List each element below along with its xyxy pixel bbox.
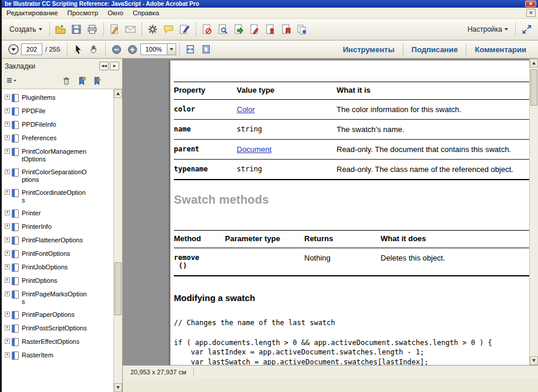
redact-button[interactable]	[199, 22, 215, 37]
bookmark-item[interactable]: PluginItems	[4, 92, 122, 105]
new-bookmark-button[interactable]	[76, 76, 87, 86]
tab-sign[interactable]: Подписание	[404, 45, 466, 54]
fullscreen-button[interactable]	[519, 22, 534, 37]
triangle-up-icon	[116, 92, 120, 95]
bookmark-item[interactable]: PrintColorManagementOptions	[4, 146, 122, 166]
bookmark-item[interactable]: PrintPageMarksOptions	[4, 288, 122, 309]
page-number-input[interactable]	[21, 43, 42, 55]
settings-button[interactable]	[145, 22, 161, 37]
bookmark-item[interactable]: PPDFile	[4, 105, 122, 119]
expand-plus-icon[interactable]	[5, 210, 10, 215]
save-button[interactable]	[69, 22, 85, 37]
column-header: Parameter type	[225, 231, 304, 248]
export-button[interactable]	[231, 22, 247, 37]
bookmark-options-button[interactable]	[6, 76, 18, 86]
protect-button[interactable]	[215, 22, 231, 37]
bookmark-label: Printer	[20, 209, 88, 217]
certify-button[interactable]	[263, 22, 278, 37]
scroll-down-button[interactable]	[114, 383, 122, 392]
bookmark-item[interactable]: RasterEffectOptions	[4, 336, 122, 349]
zoom-dropdown-button[interactable]	[167, 43, 176, 55]
expand-plus-icon[interactable]	[5, 352, 10, 357]
create-button[interactable]: Создать	[5, 23, 46, 35]
type-link[interactable]: Color	[237, 105, 255, 114]
scroll-down-button[interactable]	[530, 356, 538, 365]
toolbar-separator	[67, 42, 68, 56]
scrollbar-thumb[interactable]	[530, 69, 537, 106]
fit-width-button[interactable]	[183, 42, 199, 57]
window-close-button[interactable]: ✕	[525, 1, 536, 7]
bookmark-item[interactable]: PrintPostScriptOptions	[4, 322, 122, 336]
bookmark-icon	[12, 168, 19, 177]
document-view[interactable]: Property Value type What it is color Col…	[123, 59, 538, 365]
bookmark-item[interactable]: Printer	[4, 207, 122, 221]
menu-help[interactable]: Справка	[128, 8, 164, 18]
bookmark-goto-button[interactable]	[92, 76, 102, 86]
expand-plus-icon[interactable]	[5, 224, 10, 229]
expand-plus-icon[interactable]	[5, 148, 10, 154]
expand-plus-icon[interactable]	[5, 325, 10, 330]
tab-comments[interactable]: Комментарии	[466, 45, 534, 54]
zoom-in-button[interactable]	[125, 42, 140, 57]
expand-panel-button[interactable]: ▶	[110, 62, 119, 70]
bookmark-item[interactable]: RasterItem	[4, 349, 122, 363]
bookmark-item[interactable]: PPDFileInfo	[4, 119, 122, 132]
expand-plus-icon[interactable]	[5, 264, 10, 269]
actions-button[interactable]	[294, 22, 310, 37]
zoom-out-button[interactable]	[109, 42, 125, 57]
bookmarks-scrollbar[interactable]	[113, 89, 122, 392]
fit-page-button[interactable]	[199, 42, 214, 57]
expand-plus-icon[interactable]	[5, 291, 10, 296]
print-button[interactable]	[85, 22, 100, 37]
select-tool-button[interactable]	[70, 42, 86, 57]
email-button[interactable]	[123, 22, 139, 37]
delete-bookmark-button[interactable]	[61, 76, 72, 86]
menu-view[interactable]: Просмотр	[63, 8, 103, 18]
bookmark-item[interactable]: PrintPaperOptions	[4, 309, 122, 322]
sign-button[interactable]	[177, 22, 193, 37]
forms-button[interactable]	[247, 22, 263, 37]
bookmark-label: PrintFontOptions	[20, 250, 88, 258]
bookmark-item[interactable]: PrintOptions	[4, 275, 122, 288]
zoom-level-input[interactable]	[140, 43, 167, 55]
bookmark-icon	[12, 250, 19, 258]
comment-button[interactable]	[161, 22, 177, 37]
bookmark-label: PrintColorSeparationOptions	[20, 168, 88, 184]
expand-plus-icon[interactable]	[5, 278, 10, 283]
hand-tool-button[interactable]	[86, 42, 102, 57]
bookmark-item[interactable]: PrinterInfo	[4, 221, 122, 234]
scrollbar-thumb[interactable]	[115, 262, 122, 315]
expand-plus-icon[interactable]	[5, 135, 10, 140]
expand-plus-icon[interactable]	[5, 121, 10, 127]
bookmark-item[interactable]: PrintFontOptions	[4, 248, 122, 261]
expand-plus-icon[interactable]	[5, 251, 10, 256]
scroll-up-button[interactable]	[114, 89, 122, 98]
edit-button[interactable]	[107, 22, 123, 37]
next-page-button[interactable]	[5, 42, 21, 57]
document-close-button[interactable]: ✕	[526, 9, 536, 17]
expand-plus-icon[interactable]	[5, 312, 10, 317]
menu-edit[interactable]: Редактирование	[2, 8, 63, 18]
bookmark-item[interactable]: Preferences	[4, 132, 122, 146]
expand-plus-icon[interactable]	[5, 169, 10, 174]
type-link[interactable]: Document	[237, 145, 271, 154]
bookmark-item[interactable]: PrintJobOptions	[4, 261, 122, 275]
expand-plus-icon[interactable]	[5, 237, 10, 242]
collapse-panel-button[interactable]: ◀◀	[99, 62, 109, 70]
open-button[interactable]	[53, 22, 69, 37]
bookmark-item[interactable]: PrintCoordinateOptions	[4, 187, 122, 207]
bookmark-tool-button[interactable]	[278, 22, 294, 37]
menu-window[interactable]: Окно	[103, 8, 128, 18]
scroll-up-button[interactable]	[530, 59, 538, 67]
expand-plus-icon[interactable]	[5, 94, 10, 100]
customize-button[interactable]: Настройка	[463, 23, 512, 35]
document-scrollbar[interactable]	[529, 59, 538, 365]
tab-tools[interactable]: Инструменты	[335, 45, 403, 54]
expand-plus-icon[interactable]	[5, 190, 10, 195]
bookmark-item[interactable]: PrintFlattenerOptions	[4, 234, 122, 248]
expand-plus-icon[interactable]	[5, 339, 10, 344]
expand-plus-icon[interactable]	[5, 108, 10, 113]
bookmark-item[interactable]: PrintColorSeparationOptions	[4, 166, 122, 187]
menu-bar: Редактирование Просмотр Окно Справка ✕	[2, 8, 538, 19]
column-header: What it is	[337, 82, 538, 100]
